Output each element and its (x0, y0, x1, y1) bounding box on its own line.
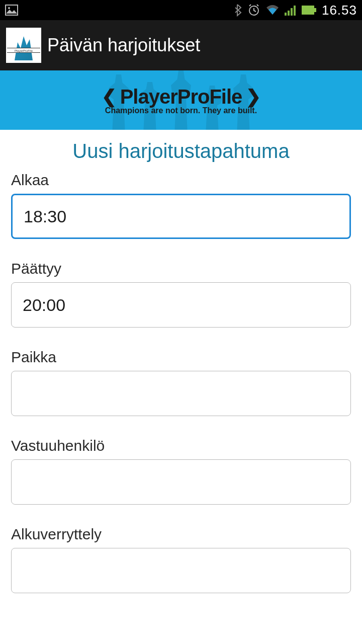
input-paattyy[interactable] (11, 282, 351, 328)
field-group-paattyy: Päättyy (11, 260, 351, 328)
label-alkaa: Alkaa (11, 172, 351, 189)
label-paikka: Paikka (11, 349, 351, 366)
brand-name: PlayerProFile (120, 86, 242, 108)
status-left (5, 5, 18, 16)
field-group-vastuu: Vastuuhenkilö (11, 437, 351, 505)
input-alkaa[interactable] (11, 194, 351, 239)
field-group-alkaa: Alkaa (11, 172, 351, 239)
picture-icon (5, 5, 18, 16)
input-vastuu[interactable] (11, 459, 351, 505)
svg-point-1 (8, 7, 10, 9)
input-paikka[interactable] (11, 371, 351, 416)
chevron-right-icon: ❯ (246, 86, 260, 107)
label-paattyy: Päättyy (11, 260, 351, 277)
input-alkuverryttely[interactable] (11, 548, 351, 593)
label-vastuu: Vastuuhenkilö (11, 437, 351, 454)
status-bar: 16.53 (0, 0, 362, 20)
field-group-alkuverryttely: Alkuverryttely (11, 526, 351, 593)
alarm-icon (247, 4, 260, 17)
brand-tagline: Champions are not born. They are built. (102, 106, 261, 115)
form-content: Uusi harjoitustapahtuma Alkaa Päättyy Pa… (0, 130, 362, 593)
battery-icon (302, 6, 317, 15)
brand-logo: ❮ PlayerProFile ❯ Champions are not born… (102, 86, 261, 115)
app-icon[interactable]: PlayerProFile (6, 28, 41, 63)
field-group-paikka: Paikka (11, 349, 351, 416)
chevron-left-icon: ❮ (102, 86, 116, 107)
signal-icon (285, 5, 297, 16)
form-title: Uusi harjoitustapahtuma (11, 140, 351, 163)
svg-rect-3 (285, 13, 287, 16)
svg-rect-6 (294, 6, 296, 16)
status-right: 16.53 (233, 3, 357, 18)
app-bar: PlayerProFile Päivän harjoitukset (0, 20, 362, 70)
wifi-icon (265, 5, 280, 16)
brand-banner: ❮ PlayerProFile ❯ Champions are not born… (0, 70, 362, 130)
app-bar-title: Päivän harjoitukset (47, 35, 200, 56)
svg-rect-7 (302, 6, 314, 15)
status-time: 16.53 (322, 3, 357, 18)
bluetooth-icon (233, 4, 242, 17)
svg-rect-5 (291, 8, 293, 16)
svg-rect-4 (288, 11, 290, 16)
svg-rect-8 (314, 8, 316, 12)
label-alkuverryttely: Alkuverryttely (11, 526, 351, 543)
